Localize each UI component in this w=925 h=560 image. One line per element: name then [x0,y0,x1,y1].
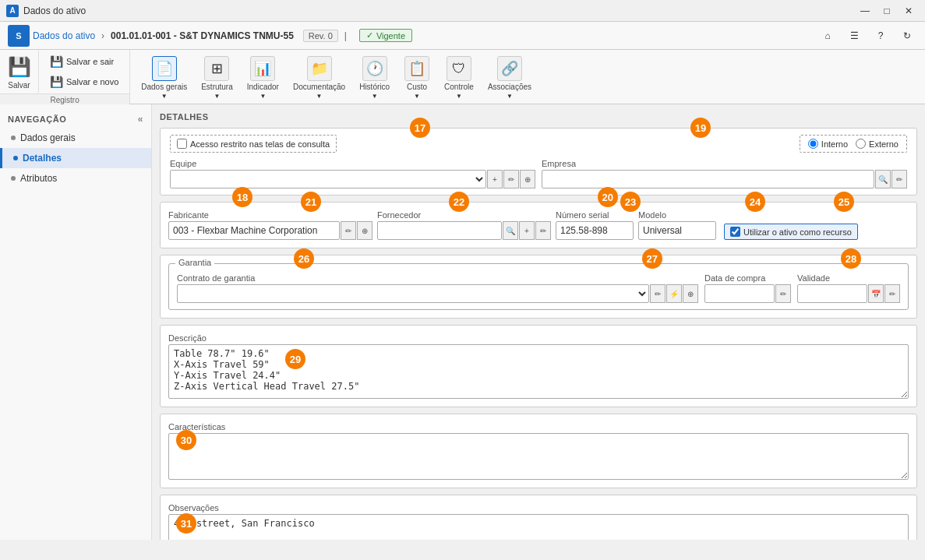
acesso-restrito-checkbox[interactable] [177,139,187,149]
nav-dot-dados-gerais [11,136,16,140]
check-icon: ✓ [366,30,373,41]
maximize-button[interactable]: □ [877,2,897,19]
utilizar-recurso-checkbox-label[interactable]: Utilizar o ativo como recurso [724,224,858,240]
save-new-label: Salvar e novo [66,77,118,86]
estrutura-icon: ⊞ [204,56,229,81]
nav-header-text: NAVEGAÇÃO [8,114,66,124]
descricao-textarea[interactable]: Table 78.7" 19.6" X-Axis Travel 59" Y-Ax… [168,344,909,399]
fabricante-group: Fabricante ✏ ⊕ [168,210,372,240]
estrutura-arrow: ▼ [214,93,221,100]
estrutura-button[interactable]: ⊞ Estrutura ▼ [195,53,239,103]
associacoes-label: Associações [488,83,531,91]
historico-button[interactable]: 🕐 Histórico ▼ [353,53,396,103]
save-button[interactable]: 💾 Salvar [0,50,39,93]
custo-button[interactable]: 📋 Custo ▼ [397,53,436,103]
sidebar-item-atributos[interactable]: Atributos [0,168,151,188]
validade-input[interactable] [797,284,867,303]
contrato-select[interactable] [177,284,649,303]
indicador-button[interactable]: 📊 Indicador ▼ [241,53,285,103]
validade-btn2[interactable]: ✏ [884,284,900,303]
interno-radio[interactable] [808,139,818,149]
access-radio-panel: 17 19 Acesso restrito nas telas de consu… [160,128,917,195]
controle-button[interactable]: 🛡 Controle ▼ [438,53,480,103]
numero-serial-group: Número serial [556,210,634,240]
utilizar-recurso-group: Utilizar o ativo como recurso [724,224,858,240]
fabricante-input[interactable] [168,221,340,240]
fornecedor-label: Fornecedor [377,210,551,220]
utilizar-recurso-checkbox[interactable] [730,227,740,237]
validade-group: Validade 📅 ✏ [797,273,900,303]
empresa-search-btn[interactable]: 🔍 [875,170,891,188]
sidebar-item-detalhes[interactable]: Detalhes [0,148,151,168]
custo-icon: 📋 [404,56,429,81]
status-vigente-badge: ✓ Vigente [359,29,412,42]
save-exit-button[interactable]: 💾 Salvar e sair [45,53,123,70]
validade-calendar-btn[interactable]: 📅 [868,284,884,303]
contrato-btn3[interactable]: ⊕ [683,284,698,303]
fabricante-btn2[interactable]: ⊕ [357,221,372,240]
data-compra-input-group: ✏ [704,284,791,303]
minimize-button[interactable]: — [855,2,875,19]
vigente-text: Vigente [376,31,405,41]
caracteristicas-textarea[interactable] [168,433,909,480]
data-compra-group: Data de compra ✏ [704,273,791,303]
breadcrumb-root[interactable]: Dados do ativo [33,30,95,41]
tipo-radio-group: Interno Externo [800,135,907,153]
main-content: DETALHES 17 19 Acesso restrito nas telas… [152,104,925,540]
equipe-select[interactable] [170,170,486,188]
validade-input-group: 📅 ✏ [797,284,900,303]
associacoes-button[interactable]: 🔗 Associações ▼ [482,53,538,103]
equipe-btn2[interactable]: ✏ [503,170,519,188]
numero-serial-input[interactable] [556,221,634,240]
list-button[interactable]: ☰ [844,27,864,44]
fornecedor-btn2[interactable]: + [519,221,535,240]
controle-label: Controle [444,83,474,91]
modelo-input[interactable] [638,221,716,240]
equipe-btn3[interactable]: ⊕ [520,170,535,188]
documentacao-button[interactable]: 📁 Documentação ▼ [287,53,351,103]
observacoes-label: Observações [168,503,909,512]
equipe-btn1[interactable]: + [487,170,503,188]
sidebar-item-label-atributos: Atributos [20,173,57,184]
observacoes-textarea[interactable]: 455 street, San Francisco [168,514,909,540]
dados-gerais-button[interactable]: 📄 Dados gerais ▼ [135,53,193,103]
numero-serial-label: Número serial [556,210,634,220]
custo-arrow: ▼ [414,93,420,100]
observacoes-group: Observações 455 street, San Francisco [168,503,909,540]
descricao-group: Descrição Table 78.7" 19.6" X-Axis Trave… [168,333,909,399]
externo-radio-label[interactable]: Externo [856,139,899,149]
help-button[interactable]: ? [870,27,891,44]
badge-27: 27 [642,248,662,269]
empresa-label: Empresa [542,159,907,168]
contrato-btn2[interactable]: ⚡ [666,284,682,303]
externo-radio-text: Externo [869,139,899,149]
fornecedor-input-group: 🔍 + ✏ [377,221,551,240]
observacoes-panel: 31 32 33 34 35 Observações 455 street, S… [160,495,917,540]
empresa-btn2[interactable]: ✏ [891,170,907,188]
nav-header: NAVEGAÇÃO « [0,111,151,128]
documentacao-arrow: ▼ [316,93,323,100]
acesso-restrito-checkbox-label[interactable]: Acesso restrito nas telas de consulta [170,135,337,153]
save-exit-icon: 💾 [50,55,63,68]
interno-radio-label[interactable]: Interno [808,139,848,149]
fornecedor-input[interactable] [377,221,502,240]
close-button[interactable]: ✕ [899,2,919,19]
data-compra-input[interactable] [704,284,775,303]
sidebar-item-dados-gerais[interactable]: Dados gerais [0,128,151,148]
data-compra-btn1[interactable]: ✏ [775,284,791,303]
empresa-input[interactable] [542,170,874,188]
fornecedor-btn3[interactable]: ✏ [535,221,551,240]
refresh-button[interactable]: ↻ [897,27,917,44]
dados-gerais-icon: 📄 [152,56,177,81]
nav-collapse-button[interactable]: « [138,114,143,125]
home-button[interactable]: ⌂ [817,27,838,44]
modelo-label: Modelo [638,210,716,220]
save-exit-label: Salvar e sair [66,57,114,66]
equipe-label: Equipe [170,159,535,168]
fabricante-btn1[interactable]: ✏ [341,221,356,240]
fornecedor-search-btn[interactable]: 🔍 [503,221,518,240]
externo-radio[interactable] [856,139,866,149]
contrato-btn1[interactable]: ✏ [650,284,666,303]
garantia-fieldset: Garantia 26 27 28 Contrato de garantia ✏… [168,263,909,310]
save-new-button[interactable]: 💾 Salvar e novo [45,73,123,90]
